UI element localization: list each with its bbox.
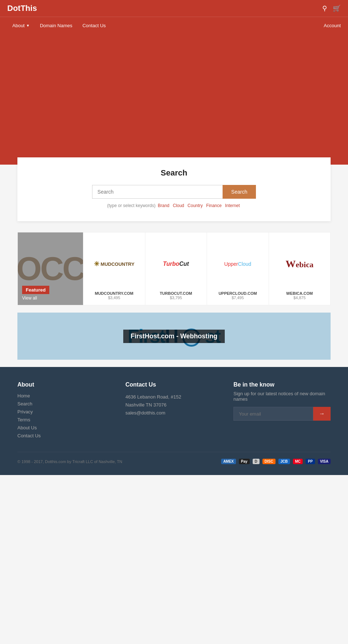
domain-price-turbocut: $3,795 [170,296,182,300]
domain-name-uppercloud: UPPERCLOUD.COM [219,291,257,296]
banner-ad[interactable]: FirstHost.com - Webhosting FirstH st [17,313,331,360]
domain-price-webica: $4,875 [293,296,306,300]
nav-contact-us[interactable]: Contact Us [77,17,111,34]
keyword-brand[interactable]: Brand [158,203,169,208]
search-row: Search [32,185,316,199]
newsletter-email-input[interactable] [233,407,313,421]
payment-mastercard: MC [293,459,303,464]
search-section: Search Search (type or select keywords) … [17,157,331,221]
footer-link-about-us[interactable]: About Us [17,425,115,430]
footer-contact-heading: Contact Us [125,381,223,388]
domain-price-mudcountry: $3,495 [108,296,120,300]
keyword-finance[interactable]: Finance [206,203,222,208]
footer-email[interactable]: sales@dotthis.com [125,410,165,416]
footer-address: 4636 Lebanon Road, #152 Nashville TN 370… [125,393,223,417]
footer-newsletter-col: Be in the know Sign up for our latest no… [233,381,331,441]
newsletter-desc: Sign up for our latest notices of new do… [233,391,331,402]
keyword-internet[interactable]: Internet [225,203,240,208]
payment-diners: D [253,459,260,464]
nav-domain-names[interactable]: Domain Names [35,17,78,34]
payment-visa: VISA [318,459,331,464]
search-title: Search [32,168,316,178]
chevron-down-icon: ▼ [26,24,30,28]
newsletter-heading: Be in the know [233,381,331,388]
footer-link-terms[interactable]: Terms [17,417,115,422]
footer-address-line2: Nashville TN 37076 [125,401,223,409]
newsletter-form: → [233,407,331,421]
featured-banner[interactable]: OCC Featured View all [18,232,83,305]
nav-left: About ▼ Domain Names Contact Us [7,17,111,34]
featured-grid: OCC Featured View all ✳ MUDCOUNTRY MUDCO… [17,232,331,305]
hero-banner [0,34,348,165]
footer-link-search[interactable]: Search [17,401,115,406]
search-keywords: (type or select keywords) Brand Cloud Co… [32,203,316,208]
newsletter-submit-button[interactable]: → [313,407,331,421]
nav-about[interactable]: About ▼ [7,17,35,34]
domain-name-webica: WEBICA.COM [286,291,313,296]
keyword-country[interactable]: Country [187,203,203,208]
footer-about-col: About Home Search Privacy Terms About Us… [17,381,115,441]
domain-logo-mudcountry: ✳ MUDCOUNTRY [90,240,138,288]
footer-link-contact-us[interactable]: Contact Us [17,433,115,438]
payment-jcb: JCB [278,459,290,464]
copyright: © 1998 - 2017, Dotthis.com by Tricraft L… [17,459,122,464]
domain-price-uppercloud: $7,495 [232,296,244,300]
featured-section: OCC Featured View all ✳ MUDCOUNTRY MUDCO… [17,232,331,305]
footer: About Home Search Privacy Terms About Us… [0,367,348,475]
keyword-cloud[interactable]: Cloud [173,203,184,208]
footer-bottom: © 1998 - 2017, Dotthis.com by Tricraft L… [17,452,331,464]
view-all-link[interactable]: View all [22,296,37,301]
footer-link-home[interactable]: Home [17,393,115,399]
domain-card-uppercloud[interactable]: UpperCloud UPPERCLOUD.COM $7,495 [207,232,269,305]
domain-card-turbocut[interactable]: TurboCut TURBOCUT.COM $3,795 [145,232,207,305]
main-nav: About ▼ Domain Names Contact Us Account [0,17,348,34]
search-input[interactable] [92,185,223,199]
domain-logo-turbocut: TurboCut [159,240,192,288]
payment-amex: AMEX [221,459,236,464]
search-icon[interactable]: ⚲ [322,4,327,12]
keywords-hint: (type or select keywords) [107,203,156,208]
footer-address-line1: 4636 Lebanon Road, #152 [125,393,223,401]
footer-grid: About Home Search Privacy Terms About Us… [17,381,331,441]
domain-name-turbocut: TURBOCUT.COM [160,291,192,296]
featured-badge: Featured [22,286,49,294]
domain-card-webica[interactable]: Webica WEBICA.COM $4,875 [269,232,331,305]
nav-account[interactable]: Account [324,17,341,34]
payment-apple-pay: Pay [239,459,250,464]
payment-paypal: PP [306,459,315,464]
footer-about-heading: About [17,381,115,388]
domain-logo-webica: Webica [282,240,317,288]
top-bar: DotThis ⚲ 🛒 [0,0,348,17]
payment-discover: DISC [262,459,276,464]
footer-contact-col: Contact Us 4636 Lebanon Road, #152 Nashv… [125,381,223,441]
cart-icon[interactable]: 🛒 [333,4,341,12]
footer-link-privacy[interactable]: Privacy [17,409,115,414]
top-bar-actions: ⚲ 🛒 [322,4,341,12]
domain-name-mudcountry: MUDCOUNTRY.COM [95,291,133,296]
nav-right: Account [324,17,341,34]
banner-ad-text: FirstHost.com - Webhosting [123,330,225,343]
search-button[interactable]: Search [223,185,256,199]
site-logo[interactable]: DotThis [7,4,37,13]
domain-logo-uppercloud: UpperCloud [220,240,255,288]
banner-bg: OCC [18,232,83,305]
domain-card-mudcountry[interactable]: ✳ MUDCOUNTRY MUDCOUNTRY.COM $3,495 [83,232,145,305]
payment-icons: AMEX Pay D DISC JCB MC PP VISA [221,459,331,464]
